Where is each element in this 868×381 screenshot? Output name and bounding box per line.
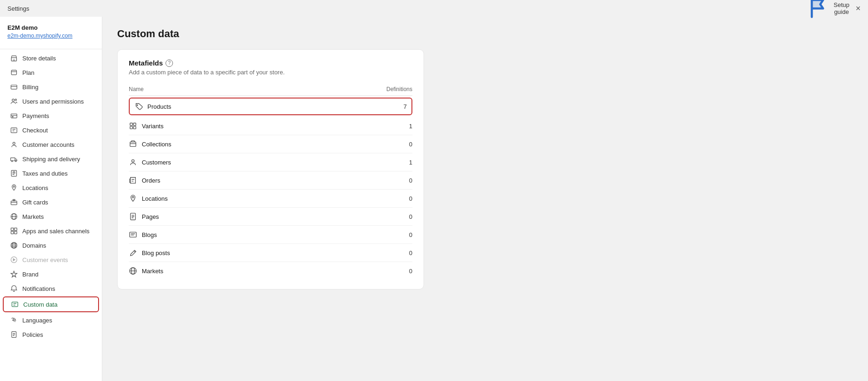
sidebar-item-taxes[interactable]: Taxes and duties	[3, 166, 99, 180]
policies-icon	[10, 331, 18, 338]
content-area: Custom data Metafields ? Add a custom pi…	[102, 17, 868, 381]
sidebar-item-policies[interactable]: Policies	[3, 328, 99, 342]
locations-icon	[10, 184, 18, 191]
svg-rect-36	[130, 232, 136, 237]
table-row-blog-posts[interactable]: Blog posts 0	[129, 244, 412, 262]
notifications-icon	[10, 285, 18, 292]
sidebar-item-billing[interactable]: Billing	[3, 80, 99, 94]
sidebar-item-plan[interactable]: Plan	[3, 66, 99, 79]
svg-rect-30	[130, 126, 133, 129]
customer-events-icon	[10, 256, 18, 263]
row-left-markets: Markets	[129, 267, 163, 275]
sidebar-label-languages: Languages	[22, 317, 52, 324]
sidebar-item-shipping[interactable]: Shipping and delivery	[3, 152, 99, 166]
col-name: Name	[129, 86, 144, 92]
sidebar-label-apps: Apps and sales channels	[22, 228, 90, 235]
svg-point-12	[15, 161, 16, 162]
svg-rect-28	[130, 123, 133, 125]
sidebar-item-customer-accounts[interactable]: Customer accounts	[3, 138, 99, 151]
sidebar-item-store-details[interactable]: Store details	[3, 51, 99, 65]
sidebar-item-users-permissions[interactable]: Users and permissions	[3, 94, 99, 108]
blog-post-icon	[129, 249, 137, 257]
row-left-pages: Pages	[129, 212, 159, 221]
sidebar-item-notifications[interactable]: Notifications	[3, 282, 99, 296]
sidebar-item-payments[interactable]: Payments	[3, 109, 99, 123]
tag-icon	[134, 102, 143, 111]
table-row-collections[interactable]: Collections 0	[129, 135, 412, 153]
blog-icon	[129, 230, 137, 239]
domains-icon	[10, 242, 18, 249]
sidebar-item-custom-data[interactable]: Custom data	[3, 296, 99, 312]
sidebar-item-brand[interactable]: Brand	[3, 267, 99, 281]
table-row-markets[interactable]: Markets 0	[129, 262, 412, 280]
svg-point-4	[12, 99, 14, 101]
setup-guide-button[interactable]: Setup guide	[808, 0, 850, 20]
top-bar-actions: Setup guide ×	[808, 0, 861, 20]
markets-icon	[10, 213, 18, 220]
svg-point-34	[132, 197, 134, 198]
sidebar-label-plan: Plan	[22, 69, 34, 76]
sidebar-item-customer-events[interactable]: Customer events	[3, 253, 99, 267]
row-label-blogs: Blogs	[142, 231, 157, 238]
svg-rect-15	[11, 201, 17, 205]
collection-icon	[129, 140, 137, 148]
sidebar-label-shipping: Shipping and delivery	[22, 156, 80, 163]
table-row-blogs[interactable]: Blogs 0	[129, 226, 412, 244]
variant-icon	[129, 122, 137, 130]
table-header: Name Definitions	[129, 83, 412, 96]
row-count-orders: 0	[409, 177, 412, 184]
sidebar-label-customer-accounts: Customer accounts	[22, 141, 74, 148]
customer-accounts-icon	[10, 141, 18, 148]
sidebar-item-checkout[interactable]: Checkout	[3, 123, 99, 137]
row-count-collections: 0	[409, 141, 412, 148]
help-icon[interactable]: ?	[166, 59, 173, 67]
sidebar-item-domains[interactable]: Domains	[3, 238, 99, 252]
row-left-products: Products	[134, 102, 171, 111]
svg-rect-1	[13, 59, 15, 61]
svg-rect-29	[133, 123, 136, 125]
row-count-customers: 1	[409, 159, 412, 166]
sidebar-item-locations[interactable]: Locations	[3, 181, 99, 195]
table-row-variants[interactable]: Variants 1	[129, 117, 412, 135]
row-label-orders: Orders	[142, 177, 160, 184]
svg-rect-6	[11, 114, 17, 118]
svg-rect-8	[11, 128, 17, 132]
sidebar: E2M demo e2m-demo.myshopify.com Store de…	[0, 17, 102, 381]
table-row-pages[interactable]: Pages 0	[129, 208, 412, 226]
svg-point-11	[12, 161, 13, 162]
sidebar-label-gift-cards: Gift cards	[22, 199, 48, 206]
globe-icon	[129, 267, 137, 275]
sidebar-item-languages[interactable]: Languages	[3, 313, 99, 327]
flag-icon	[808, 0, 830, 20]
payments-icon	[10, 112, 18, 119]
card-header: Metafields ? Add a custom piece of data …	[129, 59, 412, 76]
svg-rect-21	[14, 231, 17, 234]
store-url[interactable]: e2m-demo.myshopify.com	[7, 33, 73, 39]
row-count-locations: 0	[409, 195, 412, 202]
apps-icon	[10, 227, 18, 235]
sidebar-label-notifications: Notifications	[22, 285, 55, 292]
row-count-blog-posts: 0	[409, 250, 412, 256]
table-row-orders[interactable]: Orders 0	[129, 171, 412, 190]
checkout-icon	[10, 126, 18, 134]
svg-rect-7	[12, 117, 13, 117]
row-label-variants: Variants	[142, 123, 164, 130]
sidebar-label-billing: Billing	[22, 84, 39, 91]
close-button[interactable]: ×	[855, 4, 861, 13]
main-layout: E2M demo e2m-demo.myshopify.com Store de…	[0, 17, 868, 381]
sidebar-item-markets[interactable]: Markets	[3, 210, 99, 223]
gift-cards-icon	[10, 198, 18, 206]
row-label-customers: Customers	[142, 159, 171, 166]
row-label-locations: Locations	[142, 195, 168, 202]
svg-point-9	[13, 142, 15, 145]
row-left-blogs: Blogs	[129, 230, 157, 239]
sidebar-item-apps[interactable]: Apps and sales channels	[3, 224, 99, 238]
row-label-products: Products	[147, 103, 171, 110]
metafields-card: Metafields ? Add a custom piece of data …	[117, 49, 424, 289]
customer-icon	[129, 158, 137, 166]
sidebar-item-gift-cards[interactable]: Gift cards	[3, 195, 99, 209]
table-row-products[interactable]: Products 7	[129, 98, 412, 115]
table-row-locations[interactable]: Locations 0	[129, 190, 412, 208]
table-row-customers[interactable]: Customers 1	[129, 153, 412, 171]
languages-icon	[10, 316, 18, 324]
